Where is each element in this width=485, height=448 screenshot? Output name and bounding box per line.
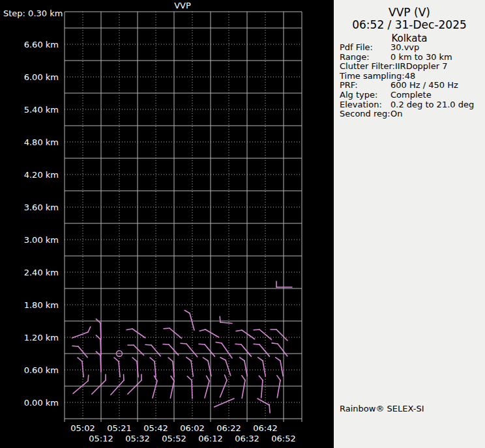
y-axis-label: 5.40 km [24, 105, 59, 115]
vvp-application-window: VVPStep: 0.30 km6.60 km6.00 km5.40 km4.8… [0, 0, 485, 448]
param-label: Time sampling: [340, 72, 405, 81]
y-axis-label: 3.00 km [24, 235, 59, 245]
wind-barb [271, 329, 287, 341]
y-axis-label: 0.00 km [24, 398, 59, 408]
wind-barb [220, 316, 232, 324]
y-axis-label: 0.60 km [24, 365, 59, 375]
chart-title: VVP [174, 1, 191, 10]
wind-barb [73, 375, 89, 393]
wind-barb [92, 374, 106, 394]
wind-barb [276, 281, 292, 287]
wind-barb [164, 328, 181, 338]
param-value: 0 km to 30 km [390, 52, 452, 62]
wind-barb [184, 311, 194, 331]
param-label: Pdf File: [340, 43, 390, 53]
param-value: 0.2 deg to 21.0 deg [390, 100, 474, 109]
y-axis-label: 6.60 km [24, 40, 59, 49]
wind-barb [72, 346, 87, 357]
param-label: Clutter Filter: [340, 62, 395, 72]
wind-barb [214, 399, 234, 407]
param-row-elevation: Elevation:0.2 deg to 21.0 deg [340, 100, 484, 110]
wind-barb [168, 357, 174, 377]
param-value: 30.vvp [390, 42, 419, 52]
y-axis-label: 3.60 km [24, 203, 59, 212]
wind-barb [128, 374, 141, 394]
wind-barb [235, 344, 251, 356]
wind-barb [258, 357, 266, 376]
vendor-branding: Rainbow® SELEX-SI [340, 404, 424, 413]
wind-barb [72, 327, 91, 338]
param-label: PRF: [340, 81, 390, 91]
x-axis-label: 05:02 [70, 423, 95, 433]
param-value: Complete [390, 90, 432, 100]
wind-barb [254, 344, 269, 356]
param-row-clutter-filter: Clutter Filter:IIRDoppler 7 [340, 62, 484, 72]
wind-barb [272, 343, 287, 356]
x-axis-label: 05:21 [107, 423, 131, 433]
param-value: IIRDoppler 7 [395, 61, 448, 71]
wind-barb [277, 376, 280, 398]
param-row-time-sampling: Time sampling:48 [340, 72, 484, 81]
wind-barb [170, 376, 174, 398]
param-row-pdf-file: Pdf File:30.vvp [340, 43, 484, 53]
wind-barb [216, 342, 232, 357]
y-axis-label: 1.80 km [24, 300, 59, 310]
param-label: Elevation: [340, 100, 390, 110]
scan-datetime: 06:52 / 31-Dec-2025 [334, 19, 485, 31]
param-value: 48 [405, 71, 416, 81]
y-axis-label: 4.20 km [24, 170, 59, 180]
wind-barb [254, 329, 271, 339]
parameter-list: Pdf File:30.vvp Range:0 km to 30 km Clut… [340, 43, 484, 119]
y-axis-label: 4.80 km [24, 137, 59, 147]
info-panel: VVP (V) 06:52 / 31-Dec-2025 Kolkata Pdf … [334, 0, 485, 448]
param-label: Alg type: [340, 91, 390, 100]
panel-header: VVP (V) 06:52 / 31-Dec-2025 Kolkata [334, 0, 485, 45]
wind-barb [240, 357, 248, 376]
wind-barb [276, 357, 284, 376]
wind-barb [187, 376, 192, 399]
wind-barb [186, 357, 194, 376]
param-value: On [390, 109, 402, 119]
wind-barb [96, 352, 100, 372]
x-axis-label: 06:52 [271, 434, 295, 443]
wind-barb [181, 343, 198, 357]
step-label: Step: 0.30 km [3, 8, 63, 18]
wind-barb [257, 399, 269, 405]
y-axis-label: 1.20 km [24, 333, 59, 343]
x-axis-label: 05:32 [125, 434, 149, 443]
x-axis-label: 06:12 [198, 434, 222, 443]
y-axis-label: 6.00 km [24, 72, 59, 82]
wind-barb [259, 376, 263, 398]
param-row-second-reg: Second reg:On [340, 109, 484, 119]
wind-barb [205, 376, 209, 398]
param-label: Second reg: [340, 109, 390, 119]
vvp-chart-region: VVPStep: 0.30 km6.60 km6.00 km5.40 km4.8… [0, 0, 334, 448]
wind-barb [203, 357, 211, 376]
wind-barb [242, 376, 245, 399]
wind-barb [126, 329, 145, 338]
param-row-prf: PRF:600 Hz / 450 Hz [340, 81, 484, 91]
x-axis-label: 06:02 [180, 423, 204, 433]
wind-barb [111, 374, 124, 395]
vvp-wind-profile-chart: VVPStep: 0.30 km6.60 km6.00 km5.40 km4.8… [0, 0, 334, 448]
wind-barb [269, 404, 270, 413]
x-axis-label: 05:52 [162, 434, 186, 443]
x-axis-label: 05:12 [89, 434, 113, 443]
wind-barb [199, 344, 214, 356]
x-axis-label: 06:22 [216, 423, 241, 433]
y-axis-label: 2.40 km [24, 268, 59, 277]
x-axis-label: 06:32 [235, 434, 259, 443]
wind-barb [150, 357, 156, 377]
wind-barb [145, 344, 160, 356]
x-axis-label: 05:42 [143, 423, 168, 433]
wind-barb [153, 376, 157, 398]
param-label: Range: [340, 53, 390, 63]
wind-barb [236, 330, 255, 339]
param-row-range: Range:0 km to 30 km [340, 53, 484, 63]
param-row-alg-type: Alg type:Complete [340, 91, 484, 100]
wind-barb [199, 329, 218, 337]
param-value: 600 Hz / 450 Hz [390, 80, 458, 90]
x-axis-label: 06:42 [253, 423, 277, 433]
product-title: VVP (V) [334, 7, 485, 19]
